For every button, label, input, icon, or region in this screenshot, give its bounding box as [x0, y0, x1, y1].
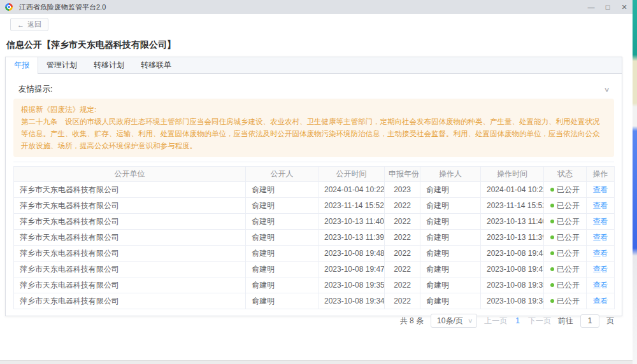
col-header-action: 操作 — [587, 167, 615, 182]
publish-time-cell: 2023-10-13 11:39 — [318, 230, 385, 246]
chevron-down-icon: ∨ — [468, 318, 473, 324]
tab-management-plan[interactable]: 管理计划 — [38, 57, 85, 73]
operator-cell: 俞建明 — [420, 182, 481, 198]
back-button-label: 返回 — [27, 20, 41, 29]
col-header-operator: 操作人 — [420, 167, 481, 182]
table-row: 萍乡市天东电器科技有限公司俞建明2023-10-08 19:342022俞建明2… — [14, 293, 615, 309]
action-cell: 查看 — [587, 230, 615, 246]
operator-cell: 俞建明 — [420, 230, 481, 246]
status-dot-icon — [550, 299, 554, 303]
minimize-icon[interactable]: — — [583, 0, 599, 14]
unit-cell: 萍乡市天东电器科技有限公司 — [14, 277, 246, 293]
year-cell: 2022 — [385, 198, 420, 214]
page-size-select[interactable]: 10条/页 ∨ — [431, 314, 477, 328]
view-link[interactable]: 查看 — [593, 233, 608, 242]
tabs-header: 年报 管理计划 转移计划 转移联单 — [6, 57, 622, 74]
status-badge: 已公开 — [557, 233, 580, 242]
status-cell: 已公开 — [544, 293, 587, 309]
pagination-next-button[interactable]: 下一页 — [528, 316, 551, 326]
status-cell: 已公开 — [544, 246, 587, 262]
status-cell: 已公开 — [544, 198, 587, 214]
status-badge: 已公开 — [557, 217, 580, 226]
operator-cell: 俞建明 — [420, 198, 481, 214]
pagination-goto-input[interactable] — [580, 314, 599, 328]
year-cell: 2022 — [385, 230, 420, 246]
divider — [13, 162, 614, 162]
action-cell: 查看 — [587, 293, 615, 309]
year-cell: 2022 — [385, 277, 420, 293]
year-cell: 2023 — [385, 182, 420, 198]
view-link[interactable]: 查看 — [593, 249, 608, 258]
notice-collapse-label: 友情提示: — [18, 84, 52, 95]
operate-time-cell: 2023-11-14 15:52 — [481, 198, 544, 214]
status-cell: 已公开 — [544, 230, 587, 246]
notice-collapse-header[interactable]: 友情提示: ∨ — [13, 81, 614, 97]
table-body: 萍乡市天东电器科技有限公司俞建明2024-01-04 10:222023俞建明2… — [14, 182, 615, 309]
discloser-cell: 俞建明 — [246, 198, 318, 214]
page-title: 信息公开【萍乡市天东电器科技有限公司】 — [6, 39, 176, 51]
action-cell: 查看 — [587, 182, 615, 198]
notice-line2: 第二十九条 设区的市级人民政府生态环境主管部门应当会同住房城乡建设、农业农村、卫… — [21, 116, 606, 152]
pagination: 共 8 条 10条/页 ∨ 上一页 1 下一页 前往 页 — [13, 309, 614, 328]
close-icon[interactable]: ✕ — [616, 0, 633, 14]
action-cell: 查看 — [587, 246, 615, 262]
browser-app-icon — [5, 3, 13, 11]
status-badge: 已公开 — [557, 281, 580, 290]
unit-cell: 萍乡市天东电器科技有限公司 — [14, 262, 246, 277]
view-link[interactable]: 查看 — [593, 281, 608, 290]
pagination-page-1[interactable]: 1 — [514, 316, 521, 325]
table-row: 萍乡市天东电器科技有限公司俞建明2023-10-08 19:482022俞建明2… — [14, 246, 615, 262]
view-link[interactable]: 查看 — [593, 297, 608, 305]
table-row: 萍乡市天东电器科技有限公司俞建明2023-10-08 19:352022俞建明2… — [14, 277, 615, 293]
view-link[interactable]: 查看 — [593, 201, 608, 210]
unit-cell: 萍乡市天东电器科技有限公司 — [14, 182, 246, 198]
page-size-label: 10条/页 — [437, 316, 463, 326]
col-header-status: 状态 — [544, 167, 587, 182]
table-row: 萍乡市天东电器科技有限公司俞建明2023-11-14 15:522022俞建明2… — [14, 198, 615, 214]
view-link[interactable]: 查看 — [593, 185, 608, 194]
publish-time-cell: 2024-01-04 10:22 — [318, 182, 385, 198]
maximize-icon[interactable]: □ — [599, 0, 616, 14]
status-dot-icon — [550, 188, 554, 192]
view-link[interactable]: 查看 — [593, 217, 608, 226]
status-dot-icon — [550, 235, 554, 239]
discloser-cell: 俞建明 — [246, 277, 318, 293]
col-header-discloser: 公开人 — [246, 167, 318, 182]
table-row: 萍乡市天东电器科技有限公司俞建明2023-10-13 11:402022俞建明2… — [14, 214, 615, 230]
year-cell: 2022 — [385, 293, 420, 309]
tab-panel-annual-report: 友情提示: ∨ 根据新《固废法》规定: 第二十九条 设区的市级人民政府生态环境主… — [6, 74, 622, 328]
table-header-row: 公开单位 公开人 公开时间 申报年份 操作人 操作时间 状态 操作 — [14, 167, 615, 182]
operator-cell: 俞建明 — [420, 277, 481, 293]
table-row: 萍乡市天东电器科技有限公司俞建明2023-10-08 19:472022俞建明2… — [14, 262, 615, 277]
pagination-page-unit: 页 — [606, 316, 614, 326]
operate-time-cell: 2024-01-04 10:22 — [481, 182, 544, 198]
tab-annual-report[interactable]: 年报 — [6, 57, 38, 74]
operate-time-cell: 2023-10-08 19:48 — [481, 246, 544, 262]
status-dot-icon — [550, 283, 554, 287]
table-row: 萍乡市天东电器科技有限公司俞建明2023-10-13 11:392022俞建明2… — [14, 230, 615, 246]
col-header-operate-time: 操作时间 — [481, 167, 544, 182]
back-button[interactable]: ← 返回 — [10, 18, 48, 31]
pagination-goto-label: 前往 — [558, 316, 573, 326]
discloser-cell: 俞建明 — [246, 246, 318, 262]
regulation-notice: 根据新《固废法》规定: 第二十九条 设区的市级人民政府生态环境主管部门应当会同住… — [13, 99, 614, 157]
status-badge: 已公开 — [557, 201, 580, 210]
status-badge: 已公开 — [557, 249, 580, 258]
pagination-total: 共 8 条 — [400, 316, 424, 326]
col-header-publish-time: 公开时间 — [318, 167, 385, 182]
operator-cell: 俞建明 — [420, 293, 481, 309]
table-row: 萍乡市天东电器科技有限公司俞建明2024-01-04 10:222023俞建明2… — [14, 182, 615, 198]
pagination-prev-button[interactable]: 上一页 — [484, 316, 507, 326]
status-dot-icon — [550, 204, 554, 207]
status-badge: 已公开 — [557, 185, 580, 194]
view-link[interactable]: 查看 — [593, 265, 608, 274]
tab-transfer-manifest[interactable]: 转移联单 — [132, 57, 180, 73]
tab-transfer-plan[interactable]: 转移计划 — [85, 57, 132, 73]
col-header-year: 申报年份 — [385, 167, 420, 182]
content-card: 年报 管理计划 转移计划 转移联单 友情提示: ∨ 根据新《固废法》规定: 第二… — [5, 57, 622, 316]
status-cell: 已公开 — [544, 214, 587, 230]
action-cell: 查看 — [587, 198, 615, 214]
window-bottom-edge — [0, 360, 633, 364]
window-titlebar: 江西省危险废物监管平台2.0 — □ ✕ — [0, 0, 633, 14]
status-dot-icon — [550, 267, 554, 271]
